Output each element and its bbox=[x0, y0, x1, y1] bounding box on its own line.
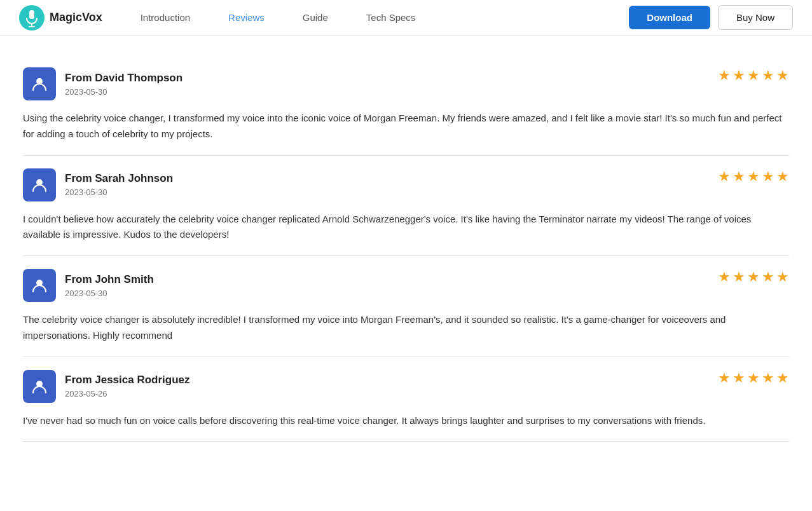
user-icon bbox=[31, 378, 48, 395]
download-button[interactable]: Download bbox=[629, 6, 710, 29]
avatar bbox=[23, 67, 56, 100]
review-card: From Jessica Rodriguez 2023-05-26 ★ ★ ★ … bbox=[23, 357, 789, 442]
star-3: ★ bbox=[747, 168, 760, 185]
nav-links: Introduction Reviews Guide Tech Specs bbox=[141, 12, 630, 23]
svg-rect-2 bbox=[31, 24, 32, 26]
review-header: From David Thompson 2023-05-30 ★ ★ ★ ★ ★ bbox=[23, 67, 789, 100]
reviewer-info: From Sarah Johnson 2023-05-30 bbox=[23, 168, 173, 201]
logo-icon bbox=[19, 5, 45, 31]
reviewer-date: 2023-05-26 bbox=[65, 389, 190, 399]
reviewer-name: From Sarah Johnson bbox=[65, 172, 173, 185]
svg-rect-1 bbox=[29, 10, 34, 19]
review-header: From John Smith 2023-05-30 ★ ★ ★ ★ ★ bbox=[23, 269, 789, 302]
star-5: ★ bbox=[776, 67, 789, 84]
avatar bbox=[23, 370, 56, 403]
review-header: From Jessica Rodriguez 2023-05-26 ★ ★ ★ … bbox=[23, 370, 789, 403]
reviewer-name: From David Thompson bbox=[65, 72, 182, 85]
reviewer-name-date: From David Thompson 2023-05-30 bbox=[65, 72, 182, 97]
stars: ★ ★ ★ ★ ★ bbox=[718, 67, 789, 84]
avatar bbox=[23, 269, 56, 302]
star-2: ★ bbox=[733, 370, 745, 386]
star-2: ★ bbox=[733, 67, 745, 84]
user-icon bbox=[31, 75, 48, 93]
star-3: ★ bbox=[747, 370, 760, 386]
star-5: ★ bbox=[776, 168, 789, 185]
star-4: ★ bbox=[762, 269, 774, 285]
nav-introduction[interactable]: Introduction bbox=[141, 12, 190, 23]
svg-rect-3 bbox=[29, 26, 35, 27]
review-card: From John Smith 2023-05-30 ★ ★ ★ ★ ★ The… bbox=[23, 256, 789, 357]
review-card: From David Thompson 2023-05-30 ★ ★ ★ ★ ★… bbox=[23, 55, 789, 156]
reviews-section: From David Thompson 2023-05-30 ★ ★ ★ ★ ★… bbox=[0, 36, 812, 461]
reviewer-name-date: From John Smith 2023-05-30 bbox=[65, 273, 154, 298]
star-1: ★ bbox=[718, 269, 731, 285]
review-card: From Sarah Johnson 2023-05-30 ★ ★ ★ ★ ★ … bbox=[23, 156, 789, 257]
brand-name: MagicVox bbox=[50, 11, 102, 24]
star-4: ★ bbox=[762, 67, 774, 84]
star-3: ★ bbox=[747, 67, 760, 84]
nav-techspecs[interactable]: Tech Specs bbox=[366, 12, 416, 23]
reviewer-name: From Jessica Rodriguez bbox=[65, 374, 190, 386]
logo-area[interactable]: MagicVox bbox=[19, 5, 102, 31]
star-1: ★ bbox=[718, 370, 731, 386]
reviewer-info: From John Smith 2023-05-30 bbox=[23, 269, 154, 302]
reviewer-info: From David Thompson 2023-05-30 bbox=[23, 67, 182, 100]
star-1: ★ bbox=[718, 168, 731, 185]
star-5: ★ bbox=[776, 269, 789, 285]
review-header: From Sarah Johnson 2023-05-30 ★ ★ ★ ★ ★ bbox=[23, 168, 789, 201]
reviewer-name: From John Smith bbox=[65, 273, 154, 286]
reviewer-name-date: From Sarah Johnson 2023-05-30 bbox=[65, 172, 173, 197]
reviewer-info: From Jessica Rodriguez 2023-05-26 bbox=[23, 370, 190, 403]
nav-actions: Download Buy Now bbox=[629, 5, 793, 30]
star-1: ★ bbox=[718, 67, 731, 84]
reviewer-date: 2023-05-30 bbox=[65, 187, 173, 197]
review-text: Using the celebrity voice changer, I tra… bbox=[23, 111, 789, 142]
review-text: I've never had so much fun on voice call… bbox=[23, 413, 789, 429]
star-4: ★ bbox=[762, 370, 774, 386]
stars: ★ ★ ★ ★ ★ bbox=[718, 269, 789, 285]
buynow-button[interactable]: Buy Now bbox=[718, 5, 793, 30]
reviewer-date: 2023-05-30 bbox=[65, 87, 182, 97]
navbar: MagicVox Introduction Reviews Guide Tech… bbox=[0, 0, 812, 36]
reviewer-name-date: From Jessica Rodriguez 2023-05-26 bbox=[65, 374, 190, 399]
stars: ★ ★ ★ ★ ★ bbox=[718, 168, 789, 185]
star-5: ★ bbox=[776, 370, 789, 386]
star-3: ★ bbox=[747, 269, 760, 285]
review-text: The celebrity voice changer is absolutel… bbox=[23, 312, 789, 344]
star-2: ★ bbox=[733, 168, 745, 185]
user-icon bbox=[31, 276, 48, 294]
nav-reviews[interactable]: Reviews bbox=[228, 12, 265, 23]
avatar bbox=[23, 168, 56, 201]
reviewer-date: 2023-05-30 bbox=[65, 289, 154, 298]
stars: ★ ★ ★ ★ ★ bbox=[718, 370, 789, 386]
star-2: ★ bbox=[733, 269, 745, 285]
star-4: ★ bbox=[762, 168, 774, 185]
user-icon bbox=[31, 176, 48, 194]
nav-guide[interactable]: Guide bbox=[303, 12, 328, 23]
review-text: I couldn't believe how accurately the ce… bbox=[23, 212, 789, 243]
